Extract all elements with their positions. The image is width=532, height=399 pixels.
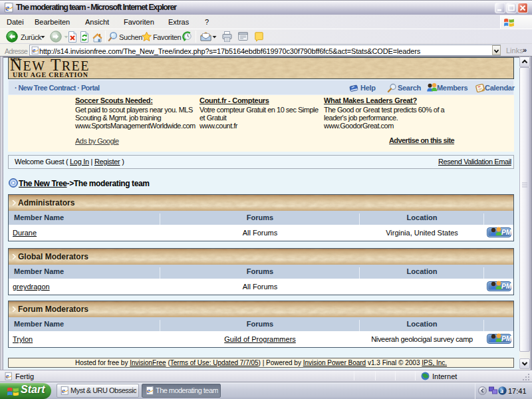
svg-text:a: a <box>500 388 503 394</box>
